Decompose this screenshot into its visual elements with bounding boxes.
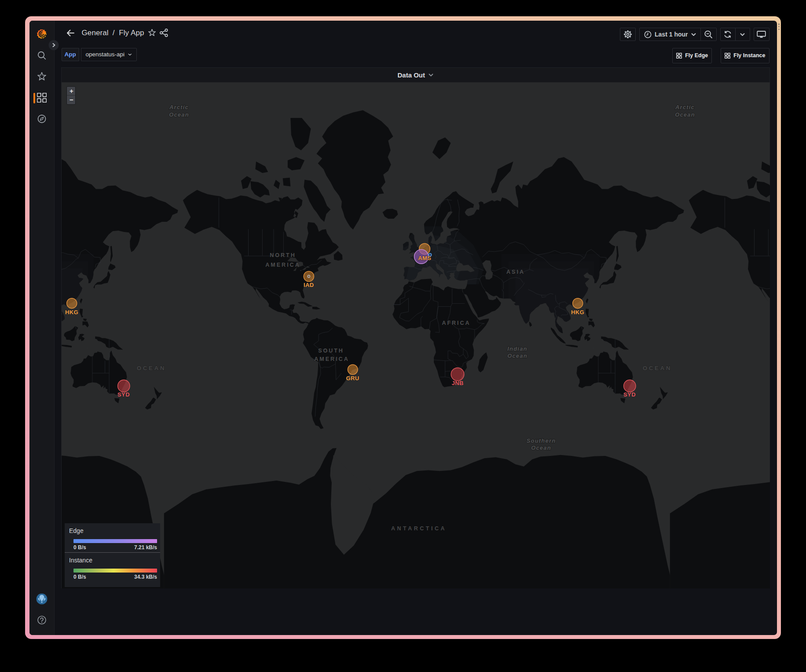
svg-text:Arctic: Arctic [169, 103, 189, 110]
svg-text:AMS: AMS [418, 255, 431, 261]
svg-text:HKG: HKG [571, 308, 584, 315]
svg-text:AMERICA: AMERICA [265, 261, 300, 268]
svg-text:ANTARCTICA: ANTARCTICA [391, 525, 447, 531]
svg-text:NORTH: NORTH [270, 252, 296, 258]
svg-text:Arctic: Arctic [675, 103, 695, 110]
svg-text:Ocean: Ocean [169, 111, 189, 118]
svg-text:Indian: Indian [507, 345, 527, 352]
svg-text:Ocean: Ocean [675, 111, 695, 118]
svg-text:AFRICA: AFRICA [442, 319, 470, 326]
svg-text:OCEAN: OCEAN [643, 364, 672, 371]
svg-text:OCEAN: OCEAN [137, 364, 166, 371]
svg-text:GRU: GRU [346, 375, 359, 382]
svg-text:SOUTH: SOUTH [318, 348, 344, 354]
svg-text:Ocean: Ocean [507, 352, 528, 359]
svg-text:IAD: IAD [304, 282, 314, 288]
svg-text:SYD: SYD [117, 391, 130, 397]
svg-text:SYD: SYD [623, 391, 636, 397]
svg-text:ASIA: ASIA [506, 268, 525, 275]
svg-text:Ocean: Ocean [531, 444, 551, 451]
svg-text:Southern: Southern [527, 437, 556, 444]
svg-text:AMERICA: AMERICA [314, 356, 349, 362]
svg-text:JNB: JNB [452, 379, 464, 386]
svg-text:HKG: HKG [65, 308, 78, 315]
